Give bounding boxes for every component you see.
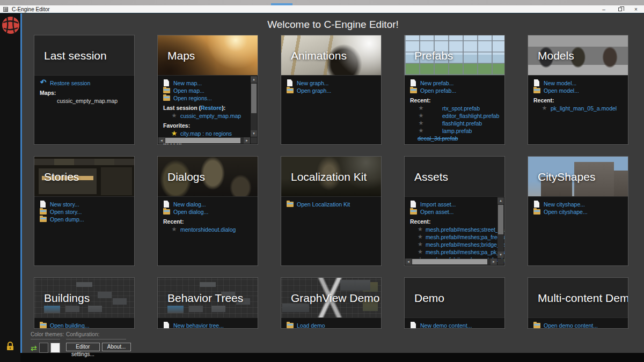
link-label: Restore session bbox=[50, 80, 90, 86]
scroll-up-icon[interactable]: ▲ bbox=[251, 76, 257, 83]
restore-button[interactable] bbox=[612, 5, 628, 13]
new-prefab-link[interactable]: New prefab... bbox=[410, 79, 500, 86]
new-story-link[interactable]: New story... bbox=[40, 201, 130, 208]
recent-item-mesh-prefab-meshes-pa-freehanging-stair: ★mesh.prefab#meshes;pa_freehanging_stair bbox=[410, 233, 500, 240]
scroll-left-icon[interactable]: ◄ bbox=[158, 137, 165, 144]
recent-item-mesh-prefab-meshes-street-car-base-a-1: ★mesh.prefab#meshes;street_car_base_a_1 bbox=[410, 226, 500, 233]
new-graph-link[interactable]: New graph... bbox=[287, 79, 377, 86]
decal-3d-prefab-link[interactable]: decal_3d.prefab bbox=[410, 135, 500, 142]
open-folder-icon bbox=[287, 322, 294, 329]
open-graph-link[interactable]: Open graph... bbox=[287, 87, 377, 94]
recent-star-icon: ★ bbox=[418, 226, 423, 233]
entry-label[interactable]: mesh.prefab#meshes;pa_freehanging_stair bbox=[426, 234, 505, 240]
restore-inline-link[interactable]: Restore bbox=[201, 105, 222, 111]
scroll-down-icon[interactable]: ▼ bbox=[251, 130, 257, 137]
link-label: Open cityshape... bbox=[544, 209, 588, 215]
entry-label[interactable]: editor_flashlight.prefab bbox=[442, 113, 499, 119]
about-button[interactable]: About... bbox=[102, 343, 131, 351]
open-folder-glyph bbox=[287, 202, 294, 207]
entry-label[interactable]: rtx_spot.prefab bbox=[442, 105, 480, 112]
open-prefab-link[interactable]: Open prefab... bbox=[410, 87, 500, 94]
open-map-link[interactable]: Open map... bbox=[163, 87, 253, 94]
restore-session-link[interactable]: ↶Restore session bbox=[40, 79, 130, 86]
close-button[interactable]: × bbox=[628, 5, 644, 13]
open-folder-icon bbox=[40, 208, 47, 215]
new-cityshape-link[interactable]: New cityshape... bbox=[533, 201, 624, 208]
swap-themes-icon[interactable]: ⇄ bbox=[31, 344, 37, 352]
card-thumbnail-localization-kit: Localization Kit bbox=[281, 157, 381, 197]
engine-logo-icon bbox=[2, 16, 20, 35]
vertical-scroll-thumb[interactable] bbox=[251, 84, 257, 113]
open-story-link[interactable]: Open story... bbox=[40, 208, 130, 215]
open-folder-icon bbox=[533, 322, 540, 329]
new-behavior-tree-link[interactable]: New behavior tree... bbox=[163, 322, 253, 329]
editor-settings-button[interactable]: Editor settings... bbox=[66, 343, 100, 351]
card-thumbnail-demo: Demo bbox=[405, 278, 504, 318]
load-demo-link[interactable]: Load demo bbox=[287, 322, 377, 329]
open-folder-glyph bbox=[287, 88, 294, 93]
scroll-left-icon[interactable]: ◄ bbox=[405, 258, 412, 265]
entry-label[interactable]: mesh.prefab#meshes;street_car_base_a_1 bbox=[426, 226, 505, 233]
horizontal-scroll-thumb[interactable] bbox=[165, 138, 240, 143]
theme-swatch-dark[interactable] bbox=[39, 343, 49, 353]
open-folder-glyph bbox=[287, 323, 294, 328]
entry-label[interactable]: mesh.prefab#meshes;pa_pk_wall_wall_part bbox=[426, 249, 505, 255]
open-demo-content-link[interactable]: Open demo content... bbox=[533, 322, 624, 329]
scroll-down-icon[interactable]: ▼ bbox=[497, 252, 504, 258]
vertical-scrollbar[interactable]: ▲▼ bbox=[497, 197, 504, 258]
card-thumbnail-animations: Animations bbox=[281, 35, 381, 76]
import-asset-link[interactable]: Import asset... bbox=[410, 201, 500, 208]
entry-label[interactable]: cussic_empty_map.map bbox=[180, 113, 241, 119]
card-thumbnail-last-session: Last session bbox=[34, 35, 134, 76]
vertical-scroll-thumb[interactable] bbox=[498, 205, 503, 234]
open-building-link[interactable]: Open building... bbox=[40, 322, 130, 329]
section-text: Favorites: bbox=[163, 122, 190, 129]
entry-label[interactable]: flashlight.prefab bbox=[442, 120, 482, 127]
open-dump-link[interactable]: Open dump... bbox=[40, 216, 130, 223]
scroll-right-icon[interactable]: ► bbox=[244, 137, 250, 144]
card-title: Prefabs bbox=[414, 49, 453, 62]
card-title: Buildings bbox=[44, 292, 90, 305]
scroll-up-icon[interactable]: ▲ bbox=[497, 197, 504, 204]
new-file-glyph bbox=[534, 201, 539, 208]
entry-label[interactable]: pk_light_man_05_a.model bbox=[551, 105, 617, 112]
entry-label[interactable]: city.map : no regions bbox=[180, 130, 232, 137]
entry-label[interactable]: mesh.prefab#meshes;bridge_ce_a_arch_ba bbox=[426, 241, 505, 248]
open-asset-link[interactable]: Open asset... bbox=[410, 208, 500, 215]
card-body: Import asset...Open asset...Recent:★mesh… bbox=[405, 197, 504, 264]
new-dialog-link[interactable]: New dialog... bbox=[163, 201, 253, 208]
new-map-link[interactable]: New map... bbox=[163, 79, 253, 86]
horizontal-scroll-thumb[interactable] bbox=[412, 259, 487, 264]
open-localization-kit-link[interactable]: Open Localization Kit bbox=[287, 201, 377, 208]
card-body: ↶Restore sessionMaps:cussic_empty_map.ma… bbox=[34, 76, 134, 106]
card-animations: AnimationsNew graph...Open graph... bbox=[281, 35, 382, 145]
open-dialog-link[interactable]: Open dialog... bbox=[163, 208, 253, 215]
minimize-button[interactable]: – bbox=[596, 5, 612, 13]
vertical-scrollbar[interactable]: ▲▼ bbox=[251, 76, 257, 137]
new-model-link[interactable]: New model... bbox=[533, 79, 624, 86]
card-body: New cityshape...Open cityshape... bbox=[528, 197, 628, 217]
card-title: Maps bbox=[167, 49, 195, 62]
horizontal-scrollbar[interactable]: ◄► bbox=[405, 258, 497, 265]
open-model-link[interactable]: Open model... bbox=[533, 87, 624, 94]
bottom-strip bbox=[20, 353, 644, 362]
entry-label[interactable]: lamp.prefab bbox=[442, 128, 472, 134]
lock-icon[interactable] bbox=[6, 342, 14, 351]
section-text: Recent: bbox=[410, 218, 431, 225]
horizontal-scrollbar[interactable]: ◄► bbox=[158, 137, 250, 144]
left-sidebar bbox=[0, 13, 20, 362]
open-cityshape-link[interactable]: Open cityshape... bbox=[533, 208, 624, 215]
theme-swatch-light[interactable] bbox=[50, 343, 60, 353]
open-folder-glyph bbox=[163, 95, 170, 101]
scroll-right-icon[interactable]: ► bbox=[491, 258, 497, 265]
link-label: New cityshape... bbox=[544, 201, 585, 208]
link-label: New model... bbox=[544, 80, 576, 86]
restore-icon: ↶ bbox=[40, 79, 47, 86]
recent-item-mentorshideout-dialog: ★mentorshideout.dialog bbox=[163, 226, 253, 233]
entry-label[interactable]: mentorshideout.dialog bbox=[180, 226, 236, 233]
open-regions-link[interactable]: Open regions... bbox=[163, 94, 253, 101]
section-recent: Recent: bbox=[410, 97, 500, 104]
new-demo-content-link[interactable]: New demo content... bbox=[410, 322, 500, 329]
recent-item-mesh-prefab-meshes-bridge-ce-a-arch-ba: ★mesh.prefab#meshes;bridge_ce_a_arch_ba bbox=[410, 241, 500, 248]
open-folder-icon bbox=[163, 94, 170, 101]
